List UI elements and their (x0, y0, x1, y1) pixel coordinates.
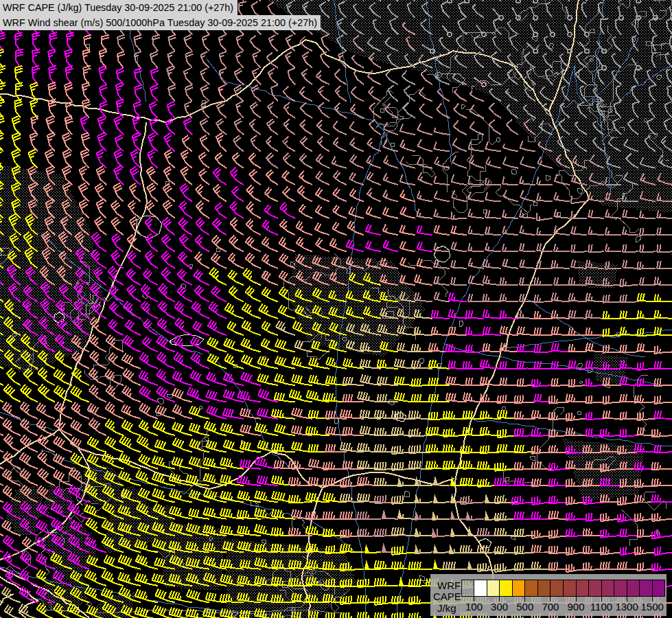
svg-text:500: 500 (516, 601, 533, 613)
svg-text:700: 700 (542, 601, 559, 613)
svg-text:0: 0 (206, 606, 210, 615)
svg-text:900: 900 (567, 601, 584, 613)
svg-text:CAPE: CAPE (433, 591, 461, 602)
svg-text:1500: 1500 (641, 601, 664, 613)
svg-text:0: 0 (291, 606, 295, 614)
svg-text:J/kg: J/kg (437, 602, 456, 614)
svg-text:1300: 1300 (615, 601, 638, 613)
svg-text:300: 300 (491, 601, 508, 613)
svg-text:WRF CAPE (J/kg) Tuesday 30-09-: WRF CAPE (J/kg) Tuesday 30-09-2025 21:00… (3, 1, 233, 13)
svg-text:1100: 1100 (590, 601, 612, 613)
svg-text:100: 100 (465, 601, 483, 613)
svg-text:WRF: WRF (437, 580, 461, 591)
svg-text:WRF Wind shear (m/s) 500/1000h: WRF Wind shear (m/s) 500/1000hPa Tuesday… (3, 16, 317, 28)
